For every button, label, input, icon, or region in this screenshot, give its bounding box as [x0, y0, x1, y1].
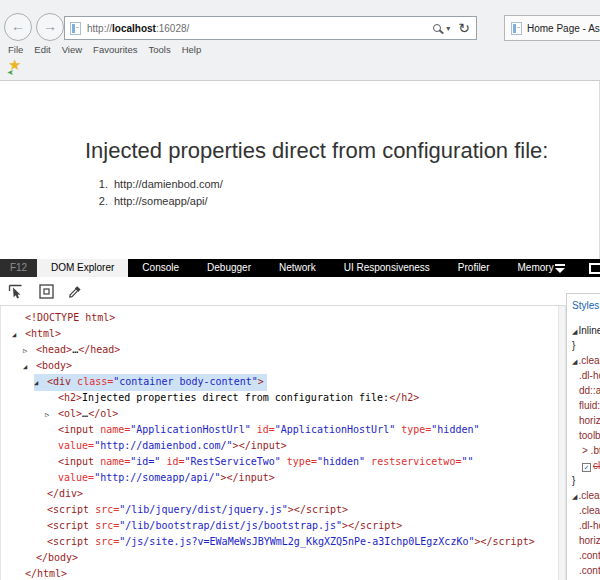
- dom-tree-row[interactable]: ▷<ol>…</ol>: [1, 406, 558, 422]
- favorites-bar: ★ ➤: [0, 58, 600, 80]
- style-rule-row[interactable]: .conta: [572, 563, 600, 578]
- dom-tree-row[interactable]: ▷<head>…</head>: [1, 342, 558, 358]
- more-tabs-icon[interactable]: [554, 264, 566, 274]
- dom-tree: <!DOCTYPE html>◢<html>▷<head>…</head>◢<b…: [0, 306, 558, 580]
- list-item: 2.http://someapp/api/: [95, 193, 223, 210]
- dom-tree-row[interactable]: ◢<body>: [1, 358, 558, 374]
- dom-tree-row[interactable]: <input name="ApplicationHostUrl" id="App…: [1, 422, 558, 438]
- dom-tree-row[interactable]: <!DOCTYPE html>: [1, 310, 558, 326]
- dom-tree-row[interactable]: </html>: [1, 566, 558, 580]
- styles-panel-tabs: Styles C: [572, 300, 600, 311]
- url-host: localhost: [112, 23, 156, 34]
- dom-tree-row[interactable]: value="http://someapp/api/"></input>: [1, 470, 558, 486]
- forward-button[interactable]: →: [36, 13, 64, 41]
- list-url: http://damienbod.com/: [114, 176, 223, 193]
- select-element-icon[interactable]: [8, 283, 25, 300]
- url-suffix: :16028/: [156, 23, 189, 34]
- search-icon[interactable]: [433, 24, 441, 32]
- devtools-tab-network[interactable]: Network: [265, 259, 330, 277]
- list-number: 2.: [95, 193, 108, 210]
- style-rule-row[interactable]: }: [572, 473, 600, 488]
- devtools-tab-console[interactable]: Console: [128, 259, 193, 277]
- style-rule-row[interactable]: ◢.clearfi: [572, 488, 600, 503]
- url-prefix: http://: [87, 23, 112, 34]
- dom-tree-row[interactable]: ◢<div class="container body-content">: [1, 374, 558, 390]
- style-rule-row[interactable]: horizo: [572, 533, 600, 548]
- page-favicon-icon: [70, 22, 81, 35]
- page-content: Injected properties direct from configur…: [0, 81, 600, 259]
- style-rule-row[interactable]: .clearfi: [572, 503, 600, 518]
- collapse-icon[interactable]: ◢: [572, 493, 577, 500]
- refresh-icon[interactable]: ↻: [458, 21, 470, 35]
- undock-icon[interactable]: [589, 263, 600, 274]
- menu-item-view[interactable]: View: [62, 44, 82, 55]
- devtools-tab-dom-explorer[interactable]: DOM Explorer: [37, 259, 128, 277]
- highlight-element-icon[interactable]: [38, 283, 55, 300]
- menu-item-tools[interactable]: Tools: [148, 44, 170, 55]
- devtools-tab-ui-responsiveness[interactable]: UI Responsiveness: [330, 259, 444, 277]
- address-bar[interactable]: http://localhost:16028/ ▾ ↻: [64, 16, 477, 40]
- list-url: http://someapp/api/: [114, 193, 208, 210]
- style-rule-row[interactable]: ✓clea: [572, 458, 600, 473]
- dom-tree-scrollbar[interactable]: [558, 306, 566, 580]
- style-rule-row[interactable]: dd::aft: [572, 383, 600, 398]
- expand-icon[interactable]: ▷: [23, 343, 36, 359]
- search-caret-icon[interactable]: ▾: [446, 24, 450, 33]
- style-rule-row[interactable]: > .btn: [572, 443, 600, 458]
- menu-item-edit[interactable]: Edit: [34, 44, 50, 55]
- menu-item-favourites[interactable]: Favourites: [93, 44, 137, 55]
- color-picker-icon[interactable]: [67, 283, 84, 300]
- style-rule-row[interactable]: fluid::a: [572, 398, 600, 413]
- browser-tab[interactable]: Home Page - AspNe: [504, 15, 600, 41]
- style-rule-row[interactable]: horizo: [572, 413, 600, 428]
- tab-favicon-icon: [511, 22, 522, 35]
- browser-chrome: ← → http://localhost:16028/ ▾ ↻ Home Pag…: [0, 0, 600, 81]
- menu-item-help[interactable]: Help: [182, 44, 202, 55]
- collapse-icon[interactable]: ◢: [572, 358, 577, 365]
- styles-rule-list: ◢Inline s}◢.clearfi.dl-hodd::aftfluid::a…: [572, 323, 600, 578]
- tab-styles[interactable]: Styles: [572, 300, 599, 311]
- collapse-icon[interactable]: ◢: [572, 328, 577, 335]
- menu-item-file[interactable]: File: [8, 44, 23, 55]
- style-rule-row[interactable]: ◢Inline s: [572, 323, 600, 338]
- devtools-tab-profiler[interactable]: Profiler: [444, 259, 504, 277]
- favorites-star-icon[interactable]: ★ ➤: [8, 59, 25, 76]
- dom-tree-row[interactable]: value="http://damienbod.com/"></input>: [1, 438, 558, 454]
- ordered-list: 1.http://damienbod.com/2.http://someapp/…: [95, 176, 223, 210]
- menu-bar: FileEditViewFavouritesToolsHelp: [8, 44, 201, 55]
- devtools-tabbar-tabs: DOM ExplorerConsoleDebuggerNetworkUI Res…: [37, 259, 568, 277]
- back-button[interactable]: ←: [4, 13, 32, 41]
- property-checkbox[interactable]: ✓: [582, 463, 591, 472]
- devtools-tabbar: F12 DOM ExplorerConsoleDebuggerNetworkUI…: [0, 259, 600, 277]
- style-rule-row[interactable]: ◢.clearfi: [572, 353, 600, 368]
- style-rule-row[interactable]: .dl-ho: [572, 518, 600, 533]
- dom-tree-row[interactable]: <h2>Injected properties direct from conf…: [1, 390, 558, 406]
- collapse-icon[interactable]: ◢: [23, 359, 36, 375]
- devtools-toolbar: [0, 277, 600, 306]
- collapse-icon[interactable]: ◢: [34, 375, 47, 391]
- style-rule-row[interactable]: toolba: [572, 428, 600, 443]
- tab-title: Home Page - AspNe: [527, 23, 600, 34]
- dom-tree-row[interactable]: <input name="id=" id="RestServiceTwo" ty…: [1, 454, 558, 470]
- expand-icon[interactable]: ▷: [45, 407, 58, 423]
- dom-tree-row[interactable]: </div>: [1, 486, 558, 502]
- dom-tree-row[interactable]: <script src="/lib/bootstrap/dist/js/boot…: [1, 518, 558, 534]
- list-number: 1.: [95, 176, 108, 193]
- browser-window: ← → http://localhost:16028/ ▾ ↻ Home Pag…: [0, 0, 600, 580]
- dom-tree-row[interactable]: ◢<html>: [1, 326, 558, 342]
- style-rule-row[interactable]: }: [572, 338, 600, 353]
- url-text[interactable]: http://localhost:16028/: [87, 23, 189, 34]
- styles-panel: Styles C ◢Inline s}◢.clearfi.dl-hodd::af…: [566, 293, 600, 580]
- dom-tree-row[interactable]: <script src="/js/site.js?v=EWaMeWsJBYWmL…: [1, 534, 558, 550]
- style-rule-row[interactable]: .conta: [572, 548, 600, 563]
- devtools-tab-debugger[interactable]: Debugger: [193, 259, 265, 277]
- dom-tree-row[interactable]: <script src="/lib/jquery/dist/jquery.js"…: [1, 502, 558, 518]
- dom-tree-row[interactable]: </body>: [1, 550, 558, 566]
- style-rule-row[interactable]: .dl-ho: [572, 368, 600, 383]
- page-heading: Injected properties direct from configur…: [85, 138, 548, 164]
- devtools-panel: F12 DOM ExplorerConsoleDebuggerNetworkUI…: [0, 259, 600, 580]
- list-item: 1.http://damienbod.com/: [95, 176, 223, 193]
- collapse-icon[interactable]: ◢: [12, 327, 25, 343]
- f12-label: F12: [0, 259, 37, 277]
